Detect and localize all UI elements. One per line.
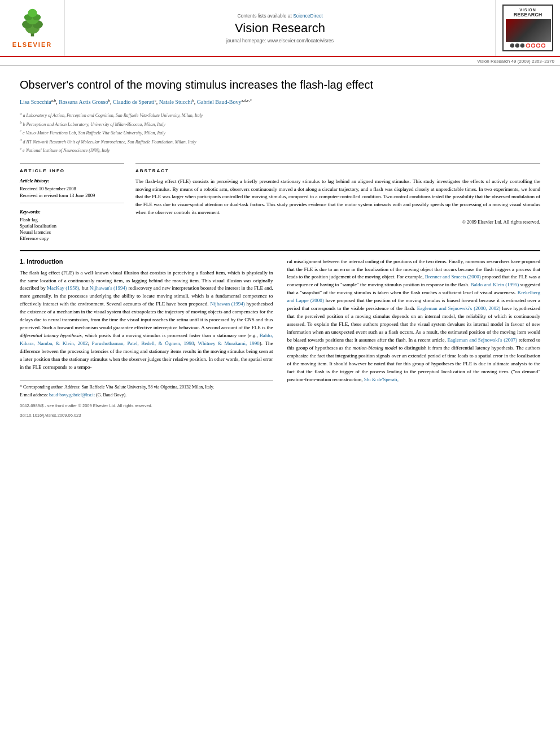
article-title: Observer's control of the moving stimulu… bbox=[20, 77, 540, 92]
vr-logo-title: VISION bbox=[506, 8, 550, 12]
article-info-col: ARTICLE INFO Article history: Received 1… bbox=[20, 163, 124, 242]
svg-point-7 bbox=[28, 9, 37, 18]
shi-desperati-link[interactable]: Shi & de'Sperati, bbox=[364, 377, 399, 382]
body-two-col: 1. Introduction The flash-lag effect (FL… bbox=[20, 258, 540, 418]
affiliation-d: d d IIT Network Research Unit of Molecul… bbox=[20, 137, 540, 146]
author-natale[interactable]: Natale Stucchi bbox=[159, 99, 193, 105]
keyword-2: Spatial localisation bbox=[20, 223, 124, 229]
author-gabriel[interactable]: Gabriel Baud-Bovy bbox=[197, 99, 242, 105]
received-date: Received 10 September 2008 bbox=[20, 186, 124, 191]
keyword-1: Flash-lag bbox=[20, 217, 124, 222]
section1-number: 1. bbox=[20, 258, 25, 265]
author-rossana[interactable]: Rossana Actis Grosso bbox=[59, 99, 108, 105]
article-info-abstract: ARTICLE INFO Article history: Received 1… bbox=[20, 163, 540, 242]
body-divider bbox=[20, 250, 540, 251]
vr-image-placeholder bbox=[506, 19, 551, 42]
abstract-label: ABSTRACT bbox=[135, 168, 540, 173]
affiliation-b: b b Perception and Action Laboratory, Un… bbox=[20, 120, 540, 128]
journal-ref-line: Vision Research 49 (2009) 2363–2370 bbox=[0, 57, 560, 66]
section1-heading: 1. Introduction bbox=[20, 258, 273, 265]
authors-line: Lisa Scocchiaa,b, Rossana Actis Grossob,… bbox=[20, 98, 540, 106]
page-wrapper: ELSEVIER Contents lists available at Sci… bbox=[0, 0, 560, 429]
author-claudio[interactable]: Claudio de'Sperati bbox=[113, 99, 155, 105]
eagleman2007-link[interactable]: Eagleman and Sejnowski's (2007) bbox=[447, 337, 517, 343]
revised-date: Received in revised form 13 June 2009 bbox=[20, 193, 124, 198]
corresponding-note: * Corresponding author. Address: San Raf… bbox=[20, 384, 273, 391]
email-link[interactable]: baud-bovy.gabriel@hsr.it bbox=[49, 392, 95, 397]
krekelberg-link[interactable]: Krekelberg and Lappe (2000) bbox=[287, 290, 541, 303]
vr-logo-dots: ⚫⚫⚫ ⭕⭕⭕⭕ bbox=[506, 43, 550, 48]
elsevier-logo-area: ELSEVIER bbox=[0, 0, 65, 56]
affiliations: a a Laboratory of Action, Perception and… bbox=[20, 111, 540, 154]
journal-url: journal homepage: www.elsevier.com/locat… bbox=[226, 38, 334, 43]
abstract-col: ABSTRACT The flash-lag effect (FLE) cons… bbox=[135, 163, 540, 242]
body-right-col: ral misalignment between the internal co… bbox=[287, 258, 541, 418]
vr-logo-subtitle: RESEARCH bbox=[506, 12, 550, 18]
journal-title-area: Contents lists available at ScienceDirec… bbox=[65, 0, 495, 56]
contents-line: Contents lists available at ScienceDirec… bbox=[237, 13, 322, 19]
journal-main-title: Vision Research bbox=[235, 21, 325, 36]
affiliation-c: c c Visuo-Motor Functions Lab, San Raffa… bbox=[20, 128, 540, 137]
whitney-link[interactable]: Whitney & Murakami, 1998 bbox=[198, 340, 259, 346]
journal-header: ELSEVIER Contents lists available at Sci… bbox=[0, 0, 560, 57]
affiliation-e: e e National Institute of Neuroscience (… bbox=[20, 146, 540, 154]
elsevier-tree-icon bbox=[17, 8, 48, 39]
section1-right-para1: ral misalignment between the internal co… bbox=[287, 258, 541, 384]
keyword-4: Efference copy bbox=[20, 235, 124, 241]
footer-notes: * Corresponding author. Address: San Raf… bbox=[20, 380, 273, 418]
keyword-3: Neural latencies bbox=[20, 229, 124, 235]
sciencedirect-link[interactable]: ScienceDirect bbox=[293, 13, 322, 19]
body-left-col: 1. Introduction The flash-lag effect (FL… bbox=[20, 258, 273, 418]
issn-line: 0042-6989/$ - see front matter © 2009 El… bbox=[20, 403, 273, 408]
mackay-link[interactable]: MacKay (1958) bbox=[47, 285, 79, 291]
vr-logo-box: VISION RESEARCH ⚫⚫⚫ ⭕⭕⭕⭕ bbox=[502, 5, 553, 51]
email-note: E-mail address: baud-bovy.gabriel@hsr.it… bbox=[20, 392, 273, 399]
nijhawan94b-link[interactable]: Nijhawan (1994) bbox=[210, 301, 245, 307]
keywords-label: Keywords: bbox=[20, 209, 124, 215]
affiliation-a: a a Laboratory of Action, Perception and… bbox=[20, 111, 540, 119]
section1-para1: The flash-lag effect (FLE) is a well-kno… bbox=[20, 269, 273, 372]
purushothaman-link[interactable]: Purushothaman, Patel, Bedell, & Ögmen, 1… bbox=[92, 340, 194, 346]
article-history-label: Article history: bbox=[20, 178, 124, 184]
main-content: Observer's control of the moving stimulu… bbox=[0, 66, 560, 429]
copyright-line: © 2009 Elsevier Ltd. All rights reserved… bbox=[135, 219, 540, 225]
eagleman2000-link[interactable]: Eagleman and Sejnowski's (2000, 2002) bbox=[417, 305, 501, 311]
abstract-text: The flash-lag effect (FLE) consists in p… bbox=[135, 178, 540, 217]
contents-text: Contents lists available at bbox=[237, 13, 291, 19]
doi-line: doi:10.1016/j.visres.2009.06.023 bbox=[20, 413, 273, 418]
brenner-link[interactable]: Brenner and Smeets (2000) bbox=[425, 274, 481, 279]
baldo1995-link[interactable]: Baldo and Klein (1995) bbox=[471, 282, 519, 287]
vision-research-logo-area: VISION RESEARCH ⚫⚫⚫ ⭕⭕⭕⭕ bbox=[495, 0, 560, 56]
section1-title: Introduction bbox=[27, 258, 63, 265]
elsevier-logo-text: ELSEVIER bbox=[12, 41, 52, 48]
nijhawan94-link[interactable]: Nijhawan's (1994) bbox=[90, 285, 127, 291]
article-info-label: ARTICLE INFO bbox=[20, 168, 124, 173]
author-lisa[interactable]: Lisa Scocchia bbox=[20, 99, 51, 105]
info-divider bbox=[20, 203, 124, 203]
